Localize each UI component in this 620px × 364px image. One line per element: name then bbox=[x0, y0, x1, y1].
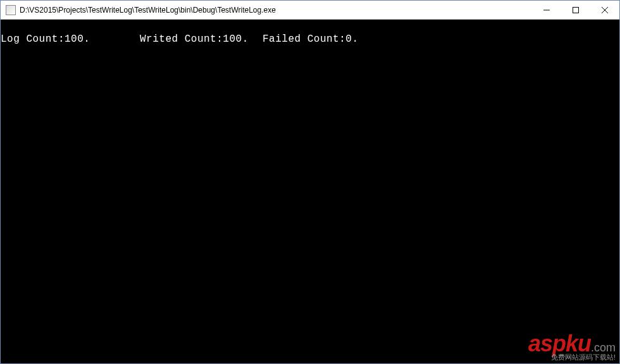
console-window: D:\VS2015\Projects\TestWriteLog\TestWrit… bbox=[0, 0, 620, 364]
console-line: Log Count:100.Writed Count:100.Failed Co… bbox=[1, 20, 619, 45]
writed-count-value: 100. bbox=[223, 33, 248, 45]
window-title: D:\VS2015\Projects\TestWriteLog\TestWrit… bbox=[20, 6, 532, 15]
log-count-segment: Log Count:100. bbox=[1, 33, 140, 45]
svg-rect-1 bbox=[573, 7, 579, 13]
watermark-brand-text: aspku bbox=[528, 331, 591, 356]
window-controls bbox=[532, 1, 619, 19]
watermark: aspku.com 免费网站源码下载站! bbox=[528, 334, 616, 362]
failed-count-segment: Failed Count:0. bbox=[263, 33, 359, 45]
watermark-suffix: .com bbox=[591, 341, 616, 354]
watermark-brand: aspku.com bbox=[528, 334, 616, 354]
maximize-button[interactable] bbox=[561, 1, 590, 19]
minimize-icon bbox=[543, 7, 550, 13]
titlebar: D:\VS2015\Projects\TestWriteLog\TestWrit… bbox=[1, 1, 619, 20]
failed-count-label: Failed Count: bbox=[263, 33, 345, 45]
writed-count-segment: Writed Count:100. bbox=[140, 33, 263, 45]
minimize-button[interactable] bbox=[532, 1, 561, 19]
failed-count-value: 0. bbox=[345, 33, 358, 45]
close-icon bbox=[602, 7, 608, 13]
app-icon bbox=[6, 5, 16, 15]
log-count-label: Log Count: bbox=[1, 33, 65, 45]
writed-count-label: Writed Count: bbox=[140, 33, 223, 45]
watermark-tagline: 免费网站源码下载站! bbox=[528, 353, 616, 362]
maximize-icon bbox=[573, 7, 579, 13]
console-output: Log Count:100.Writed Count:100.Failed Co… bbox=[1, 20, 619, 363]
close-button[interactable] bbox=[590, 1, 619, 19]
log-count-value: 100. bbox=[65, 33, 90, 45]
